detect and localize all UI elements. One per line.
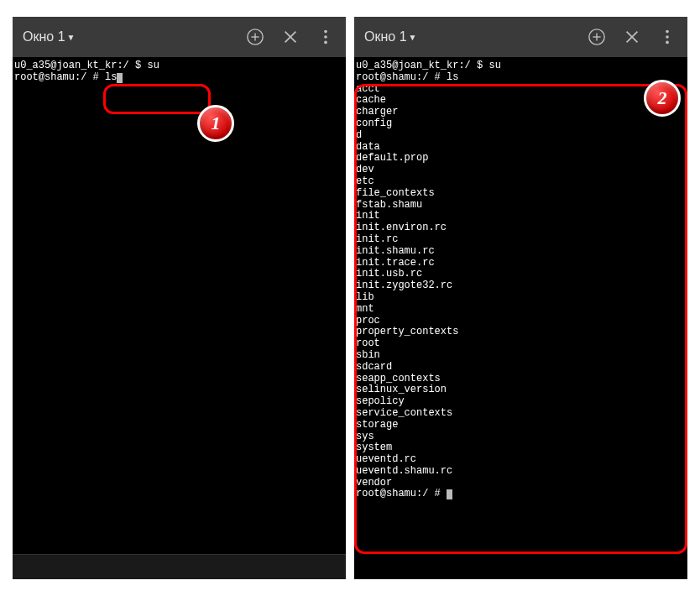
add-tab-button[interactable] [587,27,607,47]
svg-point-15 [666,41,669,44]
menu-button[interactable] [657,27,677,47]
window-title: Окно 1 [364,29,407,44]
terminal-line: init [356,210,380,222]
close-tab-button[interactable] [280,27,300,47]
terminal-line: system [356,442,392,453]
phone-screen-right: Окно 1 ▼ [354,17,687,579]
terminal-line: init.zygote32.rc [356,280,452,291]
terminal-line: file_contexts [356,187,435,199]
terminal-output[interactable]: u0_a35@joan_kt_kr:/ $ su root@shamu:/ # … [354,57,687,579]
terminal-line: data [356,141,380,153]
menu-button[interactable] [316,27,336,47]
terminal-line: etc [356,175,374,187]
terminal-line: vendor [356,477,392,489]
terminal-line: mnt [356,303,374,315]
terminal-line: sdcard [356,361,392,373]
terminal-line: cache [356,94,386,106]
terminal-output[interactable]: u0_a35@joan_kt_kr:/ $ su root@shamu:/ # … [13,57,346,554]
terminal-line: u0_a35@joan_kt_kr:/ $ su [356,60,501,71]
terminal-line: dev [356,164,374,175]
terminal-line: storage [356,419,398,431]
terminal-line: sys [356,431,374,442]
terminal-line: fstab.shamu [356,199,422,211]
bottom-bar [13,554,346,579]
terminal-line: selinux_version [356,384,447,395]
terminal-line: init.usb.rc [356,268,422,280]
terminal-line: sbin [356,349,380,361]
plus-circle-icon [246,28,264,46]
terminal-line: init.trace.rc [356,257,435,269]
terminal-line: u0_a35@joan_kt_kr:/ $ su [14,60,159,71]
window-selector[interactable]: Окно 1 ▼ [364,29,587,44]
titlebar: Окно 1 ▼ [13,17,346,57]
close-icon [623,28,641,46]
svg-point-14 [666,35,669,39]
terminal-prompt: root@shamu:/ # [356,488,447,499]
plus-circle-icon [588,28,606,46]
terminal-line: d [356,129,362,141]
terminal-line: root@shamu:/ # ls [14,71,117,83]
terminal-line: sepolicy [356,395,405,407]
svg-point-13 [666,30,669,34]
dropdown-icon: ▼ [409,33,417,42]
terminal-line: property_contexts [356,326,458,337]
terminal-line: service_contexts [356,407,452,419]
terminal-line: proc [356,315,380,327]
dropdown-icon: ▼ [67,33,76,42]
window-selector[interactable]: Окно 1 ▼ [23,29,245,44]
terminal-line: init.shamu.rc [356,245,435,257]
add-tab-button[interactable] [245,27,265,47]
terminal-line: acct [356,83,380,95]
phone-screen-left: Окно 1 ▼ [13,17,346,579]
svg-point-5 [324,30,327,34]
terminal-line: lib [356,291,374,303]
terminal-line: ueventd.rc [356,453,416,465]
svg-point-7 [324,41,327,44]
window-title: Окно 1 [23,29,65,44]
titlebar-actions [245,27,336,47]
cursor-icon [117,73,123,83]
close-tab-button[interactable] [622,27,642,47]
more-vertical-icon [316,28,335,46]
close-icon [281,28,300,46]
terminal-line: root [356,337,380,349]
terminal-line: default.prop [356,152,428,164]
terminal-line: seapp_contexts [356,373,441,384]
titlebar: Окно 1 ▼ [354,17,687,57]
cursor-icon [447,489,452,499]
terminal-line: config [356,118,392,129]
titlebar-actions [587,27,677,47]
more-vertical-icon [658,28,676,46]
terminal-line: charger [356,106,398,118]
svg-point-6 [324,35,327,39]
terminal-line: ueventd.shamu.rc [356,465,452,477]
terminal-line: root@shamu:/ # ls [356,71,458,83]
terminal-line: init.rc [356,233,398,245]
terminal-line: init.environ.rc [356,222,447,233]
